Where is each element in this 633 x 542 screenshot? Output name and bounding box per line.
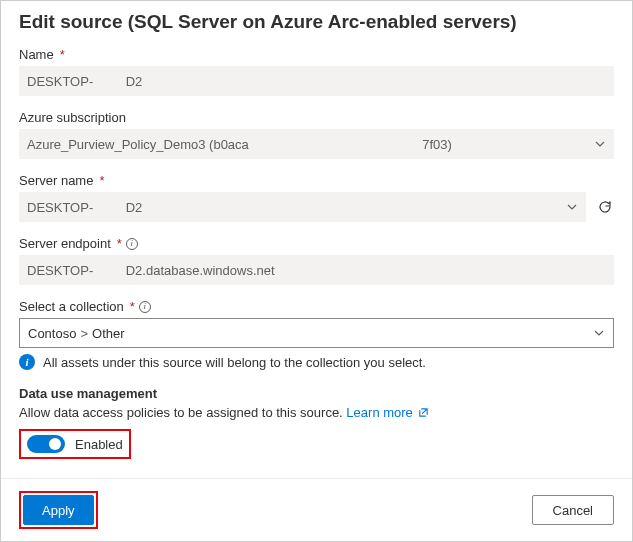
info-icon[interactable]: i <box>139 301 151 313</box>
input-name-value: DESKTOP- D2 <box>27 74 142 89</box>
field-collection: Select a collection* i Contoso > Other i… <box>19 299 614 370</box>
data-use-toggle[interactable] <box>27 435 65 453</box>
required-mark: * <box>130 299 135 314</box>
label-collection: Select a collection* i <box>19 299 614 314</box>
input-endpoint[interactable]: DESKTOP- D2.database.windows.net <box>19 255 614 285</box>
dialog-footer: Apply Cancel <box>1 478 632 541</box>
field-name: Name* DESKTOP- D2 <box>19 47 614 96</box>
data-use-desc-row: Allow data access policies to be assigne… <box>19 405 614 421</box>
apply-highlight: Apply <box>19 491 98 529</box>
label-collection-text: Select a collection <box>19 299 124 314</box>
info-filled-icon: i <box>19 354 35 370</box>
cancel-button[interactable]: Cancel <box>532 495 614 525</box>
dialog-content: Edit source (SQL Server on Azure Arc-ena… <box>1 1 632 478</box>
collection-hint-row: i All assets under this source will belo… <box>19 354 614 370</box>
select-collection[interactable]: Contoso > Other <box>19 318 614 348</box>
refresh-icon[interactable] <box>596 198 614 216</box>
chevron-down-icon <box>594 138 606 150</box>
collection-hint-text: All assets under this source will belong… <box>43 355 426 370</box>
field-server-name: Server name* DESKTOP- D2 <box>19 173 614 222</box>
input-endpoint-value: DESKTOP- D2.database.windows.net <box>27 263 275 278</box>
field-endpoint: Server endpoint* i DESKTOP- D2.database.… <box>19 236 614 285</box>
select-subscription-value: Azure_Purview_Policy_Demo3 (b0aca 7f03) <box>27 137 452 152</box>
label-name: Name* <box>19 47 614 62</box>
apply-button[interactable]: Apply <box>23 495 94 525</box>
select-server-name[interactable]: DESKTOP- D2 <box>19 192 586 222</box>
breadcrumb-separator: > <box>80 326 88 341</box>
external-link-icon <box>418 406 429 421</box>
label-name-text: Name <box>19 47 54 62</box>
label-server-name-text: Server name <box>19 173 93 188</box>
learn-more-link[interactable]: Learn more <box>346 405 429 420</box>
collection-crumb-root: Contoso <box>28 326 76 341</box>
dialog-title: Edit source (SQL Server on Azure Arc-ena… <box>19 11 614 33</box>
input-name[interactable]: DESKTOP- D2 <box>19 66 614 96</box>
toggle-knob <box>49 438 61 450</box>
collection-crumb-leaf: Other <box>92 326 125 341</box>
data-use-desc: Allow data access policies to be assigne… <box>19 405 343 420</box>
chevron-down-icon <box>593 327 605 339</box>
select-server-name-value: DESKTOP- D2 <box>27 200 142 215</box>
select-subscription[interactable]: Azure_Purview_Policy_Demo3 (b0aca 7f03) <box>19 129 614 159</box>
label-subscription-text: Azure subscription <box>19 110 126 125</box>
field-subscription: Azure subscription Azure_Purview_Policy_… <box>19 110 614 159</box>
required-mark: * <box>99 173 104 188</box>
label-endpoint-text: Server endpoint <box>19 236 111 251</box>
info-icon[interactable]: i <box>126 238 138 250</box>
data-use-heading: Data use management <box>19 386 614 401</box>
required-mark: * <box>117 236 122 251</box>
toggle-label: Enabled <box>75 437 123 452</box>
chevron-down-icon <box>566 201 578 213</box>
label-subscription: Azure subscription <box>19 110 614 125</box>
learn-more-text: Learn more <box>346 405 412 420</box>
label-endpoint: Server endpoint* i <box>19 236 614 251</box>
label-server-name: Server name* <box>19 173 614 188</box>
required-mark: * <box>60 47 65 62</box>
row-server-name: DESKTOP- D2 <box>19 192 614 222</box>
toggle-highlight: Enabled <box>19 429 131 459</box>
